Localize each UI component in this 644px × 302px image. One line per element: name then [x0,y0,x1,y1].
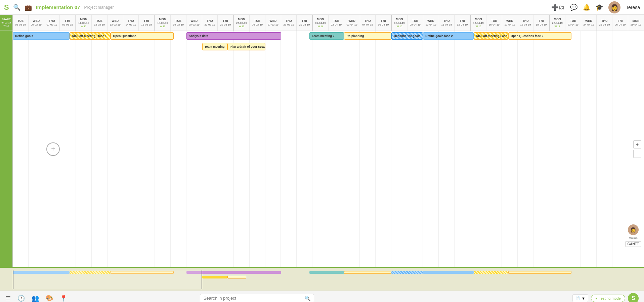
mini-bar-9 [474,271,508,274]
date-col: TUE19-03-19 [171,15,186,31]
binoculars-icon[interactable]: 🔍 [13,4,20,11]
date-col: FRI05-04-19 [376,15,391,31]
date-col: THU04-04-19 [360,15,376,31]
mini-bar-1 [13,271,70,274]
test-dot-icon: ● [595,296,598,300]
date-header: START04-03-19W 10 TUE05-03-19WED06-03-19… [0,15,644,31]
mini-bar-3 [111,271,174,274]
s-badge[interactable]: S [628,293,639,302]
date-col: WED03-04-19 [344,15,360,31]
date-col: MON25-03-19W 13 [233,15,250,31]
gantt-container: START04-03-19W 10 TUE05-03-19WED06-03-19… [0,15,644,267]
mini-bar-7 [391,271,423,274]
graduation-icon[interactable]: 🎓 [596,4,603,11]
date-col: FRI29-03-19 [297,15,312,31]
zoom-in-button[interactable]: + [633,140,641,148]
task-bar[interactable]: Open Questions [111,32,174,40]
testing-mode-button[interactable]: ● Testing mode [591,295,625,302]
task-bar[interactable]: Open Questions fase 2 [508,32,571,40]
task-bar[interactable]: Plan a draft of your strategy [227,43,265,50]
palette-icon[interactable]: 🎨 [46,295,53,302]
plus-icon: + [51,145,55,153]
task-bar[interactable]: Analysis data [186,32,281,40]
task-bar[interactable]: Deadline 1st goals [391,32,423,40]
date-col: MON08-04-19W 15 [391,15,407,31]
date-col: WED06-03-19 [29,15,44,31]
mini-bar-2 [70,271,111,274]
add-task-button[interactable]: + [46,142,60,156]
date-col: THU11-04-19 [439,15,455,31]
zoom-controls: + − [633,140,641,158]
zoom-out-button[interactable]: − [633,150,641,158]
clock-icon[interactable]: 🕐 [17,295,25,302]
mini-bar-6 [344,271,391,274]
gantt-grid[interactable]: Define goalsKick-off Meeting - fase 1Ope… [13,31,644,267]
date-col: THU14-03-19 [123,15,139,31]
doc-icon: 📄 [575,296,580,300]
user-avatar[interactable]: 👩 [608,1,620,13]
search-bar[interactable]: 🔍 [200,294,314,302]
date-col: TUE26-03-19 [250,15,265,31]
mini-bar-4 [186,271,281,274]
task-bar[interactable]: Team meeting 2 [309,32,344,40]
online-panel: 👩 Online GANTT [625,224,641,247]
mini-bar-8 [423,271,473,274]
date-col: TUE23-04-19 [565,15,581,31]
date-col: TUE12-03-19 [92,15,108,31]
chat-icon[interactable]: 💬 [570,4,577,11]
search-input[interactable] [204,296,302,301]
date-col: MON29-04-19 [628,15,644,31]
doc-button[interactable]: 📄 ▼ [572,294,588,302]
date-col: FRI26-04-19 [612,15,628,31]
date-cols: TUE05-03-19WED06-03-19THU07-03-19FRI08-0… [13,15,644,31]
date-col: MON22-04-19W 17 [549,15,565,31]
date-col: FRI08-03-19 [60,15,76,31]
task-bar[interactable]: Re-planning [344,32,391,40]
project-title: Implementation 07 [36,4,80,10]
task-bar[interactable]: Kick-off Meeting - fase 1 [70,32,111,40]
date-col: FRI22-03-19 [218,15,233,31]
toolbar-right: 📄 ▼ ● Testing mode S [572,293,639,302]
gantt-badge[interactable]: GANTT [625,241,641,247]
date-col: MON15-04-19W 16 [470,15,486,31]
user-name: Teresa [626,5,640,10]
date-col: WED27-03-19 [265,15,281,31]
task-layer: Define goalsKick-off Meeting - fase 1Ope… [13,31,644,267]
date-col: MON01-04-19W 14 [312,15,329,31]
online-avatar: 👩 [628,224,639,235]
doc-dropdown-icon[interactable]: ▼ [582,296,585,300]
users-icon[interactable]: 👥 [32,295,39,302]
date-col: THU25-04-19 [597,15,612,31]
mini-bar-12 [227,276,246,278]
project-role: Project manager [84,5,114,10]
add-project-icon[interactable]: ➕🗂 [551,4,565,11]
date-col: WED20-03-19 [186,15,202,31]
mini-bar-11 [202,276,227,278]
date-col: MON11-03-19W 11 [76,15,92,31]
top-nav: S 🔍 💼 Implementation 07 Project manager … [0,0,644,15]
mini-bar-5 [309,271,344,274]
search-icon: 🔍 [305,296,310,301]
list-icon[interactable]: ☰ [5,295,11,302]
logo-icon[interactable]: S [4,3,9,12]
date-col: TUE09-04-19 [407,15,423,31]
bell-icon[interactable]: 🔔 [583,4,590,11]
start-col: START04-03-19W 10 [0,15,13,31]
pin-icon[interactable]: 📍 [60,295,67,302]
bottom-toolbar: ☰ 🕐 👥 🎨 📍 🔍 📄 ▼ ● Testing mode S [0,291,644,302]
briefcase-icon[interactable]: 💼 [25,4,32,11]
task-bar[interactable]: Team meeting [202,43,227,50]
date-col: TUE05-03-19 [13,15,29,31]
gantt-row-label [0,31,13,267]
date-col: WED13-03-19 [108,15,123,31]
task-bar[interactable]: Kick off meeting Fase 2 [474,32,508,40]
task-bar[interactable]: Define goals fase 2 [423,32,473,40]
task-bar[interactable]: Define goals [13,32,70,40]
date-col: MON18-03-19W 12 [155,15,171,31]
online-label: Online [629,236,638,240]
date-col: THU18-04-19 [518,15,534,31]
mini-map[interactable] [0,267,644,291]
date-col: WED10-04-19 [423,15,439,31]
date-col: THU28-03-19 [281,15,297,31]
date-col: TUE16-04-19 [486,15,502,31]
